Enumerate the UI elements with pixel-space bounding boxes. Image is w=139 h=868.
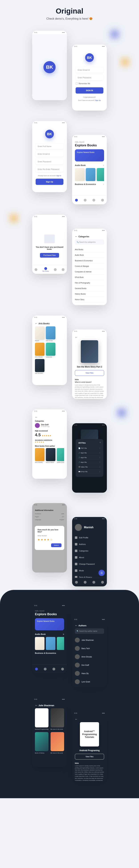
back-button[interactable]: ←	[75, 718, 104, 721]
book-item[interactable]: East of Eden	[46, 327, 55, 341]
write-review-input[interactable]: Write Review	[37, 535, 61, 536]
book-item[interactable]: Feel The Adventure	[35, 359, 45, 374]
close-button[interactable]: ✕	[99, 441, 101, 444]
nav-library[interactable]	[84, 199, 86, 202]
author-item[interactable]: Margo Arris	[75, 686, 104, 687]
nav-search[interactable]	[53, 668, 55, 671]
profile-name: Manish	[84, 526, 93, 529]
signin-button[interactable]: SIGN IN	[76, 87, 103, 94]
category-item[interactable]: Arts Books	[75, 247, 104, 252]
name-field[interactable]: Enter Full Name	[36, 144, 63, 149]
star-rating-input[interactable]: ★★★★☆	[37, 538, 61, 541]
see-all-link[interactable]: >	[103, 164, 104, 167]
file-item[interactable]: 🎵 Mp3 File⋮	[78, 451, 101, 455]
author-item[interactable]: Don Graff	[75, 661, 104, 669]
app-logo: BK	[44, 61, 56, 73]
search-input[interactable]: 🔍 Search by author name	[75, 628, 104, 634]
repassword-field[interactable]: Enter Re-Enter Password	[36, 166, 63, 172]
category-item[interactable]: Audio Book	[75, 252, 104, 258]
submit-button[interactable]: Submit	[51, 544, 61, 547]
nav-home[interactable]	[75, 199, 78, 202]
book-item[interactable]: Book of History	[46, 448, 55, 463]
book-item[interactable]: Library Arts	[46, 343, 55, 358]
fab-button[interactable]: ☰	[99, 570, 105, 576]
nav-search[interactable]	[92, 199, 95, 202]
promo-banner[interactable]: Explore Newest Books	[75, 149, 104, 161]
nav-library[interactable]	[84, 581, 86, 584]
back-button[interactable]: ← Julie Shackman	[35, 704, 64, 707]
signup-button[interactable]: Sign Up	[36, 179, 63, 185]
promo-banner[interactable]: Explore Newest Books	[35, 618, 64, 630]
file-item[interactable]: 🎵 Mp3 File⋮	[78, 455, 101, 460]
forgot-link[interactable]: Forgot password?	[76, 96, 103, 98]
author-item[interactable]: Lynn Grant	[75, 678, 104, 686]
nav-library[interactable]: My Library	[43, 267, 49, 272]
book-item[interactable]: Be more in the zone	[51, 732, 64, 754]
nav-search[interactable]	[92, 581, 95, 584]
mockup-category-books: 9:41●●● ← Arts Books Ragdoll East of Ede…	[32, 316, 67, 385]
nav-profile[interactable]	[61, 668, 64, 671]
category-item[interactable]: History Books	[75, 291, 104, 297]
back-button[interactable]: ← Arts Books	[35, 322, 64, 325]
view-files-button[interactable]: View Files	[75, 370, 104, 376]
menu-authors[interactable]: Authors	[75, 541, 104, 548]
remember-checkbox[interactable]: Remember Me	[76, 83, 103, 85]
file-item[interactable]: 📖 EPub File⋮	[78, 469, 101, 474]
nav-search[interactable]	[54, 268, 57, 271]
category-item[interactable]: Film & Photography	[75, 280, 104, 286]
book-item[interactable]: Android Programming	[35, 708, 49, 730]
back-button[interactable]: ← Categories	[75, 235, 104, 238]
email-field[interactable]: Enter Email Id	[36, 151, 63, 157]
category-item[interactable]: Comics & Mangas	[75, 264, 104, 269]
nav-home[interactable]	[75, 581, 78, 584]
decoration-blob	[111, 31, 118, 38]
file-item[interactable]: 📄 PDF File⋮	[78, 446, 101, 451]
view-files-button[interactable]: View Files	[75, 754, 104, 760]
reviewer-name: SHANNON ANDERSON	[35, 439, 64, 441]
menu-categories[interactable]: Categories	[75, 548, 104, 554]
category-item[interactable]: Business & Economics	[75, 258, 104, 264]
category-item[interactable]: EPub Book	[75, 275, 104, 280]
search-input[interactable]: 🔍 Search by categories	[75, 239, 104, 245]
book-item[interactable]: Ragdoll	[35, 327, 45, 341]
file-item[interactable]: 🎬 Video File⋮	[78, 465, 101, 469]
nav-profile[interactable]	[101, 199, 104, 202]
mockup-author-detail: 9:41●●● ← Julie Shackman Android Program…	[32, 698, 67, 767]
rating-score: 4.5 ★★★★★	[35, 432, 64, 437]
category-item[interactable]: General Books	[75, 286, 104, 291]
book-item[interactable]: Garden Growth	[57, 448, 64, 463]
book-item[interactable]: Book of History	[35, 732, 49, 754]
back-button[interactable]: ← Authors	[75, 624, 104, 627]
nav-home[interactable]	[34, 268, 37, 271]
menu-change-password[interactable]: Change Password	[75, 561, 104, 567]
email-field[interactable]: Enter Email Id	[76, 67, 103, 73]
nav-library[interactable]	[44, 668, 47, 671]
book-item[interactable]: Arts of Russia	[35, 343, 45, 358]
menu-about[interactable]: About	[75, 554, 104, 561]
category-item[interactable]: Computers & Internet	[75, 269, 104, 275]
book-item[interactable]: Arts of Russia	[35, 448, 45, 463]
reviewer-avatar	[35, 423, 40, 428]
nav-profile[interactable]	[101, 581, 104, 584]
nav-profile[interactable]	[62, 268, 64, 271]
menu-edit-profile[interactable]: Edit Profile	[75, 534, 104, 541]
book-item[interactable]: Be more in the zone	[51, 708, 64, 730]
signup-link[interactable]: Sign Up	[95, 99, 101, 101]
mockup-empty-library: 9:41●●● You don't have any purchased boo…	[32, 215, 67, 274]
author-item[interactable]: Julie Shackman	[75, 636, 104, 644]
back-button[interactable]: ←	[35, 415, 64, 419]
author-item[interactable]: Barry Tech	[75, 644, 104, 653]
author-item[interactable]: Hans Oly	[75, 669, 104, 678]
category-item[interactable]: Horror Story	[75, 297, 104, 302]
password-field[interactable]: Enter Password	[36, 159, 63, 164]
file-item[interactable]: 🎵 Mp4 File⋮	[78, 460, 101, 465]
author-item[interactable]: Anne Elnoaia	[75, 653, 104, 661]
mockup-files-modal: 9:41●●● See the More Story Part 2 ✕ All …	[72, 423, 107, 493]
intro-question: What is Lorem Ipsum?	[75, 381, 104, 383]
purchase-button[interactable]: Purchased Now	[40, 253, 59, 258]
password-field[interactable]: Enter Password	[76, 75, 103, 81]
signin-link[interactable]: Sign In	[56, 175, 61, 177]
nav-home[interactable]	[35, 668, 38, 671]
app-logo: BK	[45, 130, 54, 138]
back-button[interactable]: ←	[75, 336, 104, 339]
